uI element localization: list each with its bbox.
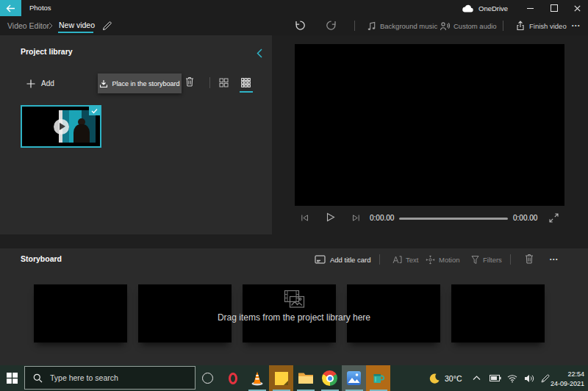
- search-icon: [33, 373, 43, 383]
- battery-icon[interactable]: [490, 375, 501, 381]
- volume-icon[interactable]: [524, 374, 534, 383]
- custom-audio-label: Custom audio: [453, 22, 497, 30]
- grid-small-view-icon[interactable]: [219, 78, 229, 87]
- check-icon: [91, 108, 98, 114]
- start-button[interactable]: [0, 365, 24, 391]
- taskbar-icon-opera[interactable]: [220, 365, 245, 391]
- photos-app-icon: [347, 371, 361, 385]
- photos-app-window: Photos OneDrive Video Editor New video B…: [0, 0, 588, 391]
- clip-selected-checkbox[interactable]: [89, 107, 100, 115]
- mug-icon: [372, 372, 385, 384]
- sticky-notes-icon: [275, 372, 288, 385]
- project-name-underline: [58, 32, 93, 33]
- chrome-icon: [322, 370, 337, 386]
- storyboard-more-button[interactable]: •••: [545, 253, 563, 266]
- text-label: Text: [406, 256, 418, 264]
- windows-logo-icon: [7, 373, 18, 384]
- onedrive-cloud-icon: [462, 4, 474, 12]
- taskbar-icon-mug-app[interactable]: [366, 365, 390, 391]
- onedrive-status[interactable]: OneDrive: [462, 0, 508, 16]
- custom-audio-button[interactable]: Custom audio: [440, 16, 497, 35]
- finish-video-button[interactable]: Finish video: [515, 16, 567, 35]
- redo-icon[interactable]: [326, 20, 337, 30]
- previous-frame-button[interactable]: [301, 214, 309, 222]
- title-card-icon: [315, 255, 326, 264]
- storyboard-title: Storyboard: [21, 254, 62, 263]
- taskbar-icon-photos[interactable]: [342, 365, 366, 391]
- add-label: Add: [41, 79, 54, 87]
- opera-icon: [229, 373, 237, 384]
- grid-large-view-icon[interactable]: [241, 78, 251, 87]
- add-title-card-label: Add title card: [330, 256, 370, 264]
- finish-video-label: Finish video: [529, 22, 567, 30]
- toolbar-separator: [503, 21, 503, 31]
- seek-slider[interactable]: [399, 218, 508, 220]
- collapse-panel-icon[interactable]: [257, 49, 262, 58]
- app-title: Photos: [29, 0, 51, 16]
- clock-time: 22:54: [545, 370, 584, 379]
- play-button[interactable]: [326, 212, 335, 222]
- storyboard-trash-icon[interactable]: [525, 254, 534, 264]
- toolbar-separator: [354, 21, 355, 31]
- text-tool-icon: [392, 255, 402, 264]
- next-frame-button[interactable]: [352, 214, 360, 222]
- person-audio-icon: [440, 21, 450, 31]
- total-time: 0:00.00: [513, 214, 537, 222]
- video-clip-thumbnail[interactable]: [21, 105, 101, 148]
- taskbar-search[interactable]: [24, 366, 196, 390]
- current-time: 0:00.00: [370, 214, 394, 222]
- close-icon: [574, 5, 581, 12]
- motion-button[interactable]: Motion: [426, 253, 460, 266]
- text-button[interactable]: Text: [392, 253, 418, 266]
- storyboard-empty-message: Drag items from the project library here: [0, 312, 588, 323]
- storyboard-separator: [510, 254, 511, 265]
- breadcrumb-video-editor[interactable]: Video Editor: [7, 16, 49, 35]
- motion-label: Motion: [439, 256, 460, 264]
- filmstrip-photo-icon: [280, 290, 307, 312]
- video-preview-screen: [295, 44, 564, 206]
- library-separator: [209, 77, 210, 88]
- taskbar-icon-file-explorer[interactable]: [293, 365, 318, 391]
- plus-icon: [26, 79, 35, 88]
- maximize-button[interactable]: [542, 0, 565, 16]
- temperature-label: 30°C: [445, 374, 462, 383]
- tray-expand-icon[interactable]: [473, 376, 481, 381]
- rename-pencil-icon[interactable]: [102, 21, 112, 31]
- share-icon: [515, 21, 526, 31]
- taskbar-icon-chrome[interactable]: [318, 365, 342, 391]
- onedrive-label: OneDrive: [478, 4, 508, 12]
- motion-tool-icon: [426, 255, 435, 265]
- taskbar-clock[interactable]: 22:54 24-09-2021: [545, 370, 584, 388]
- background-music-button[interactable]: Background music: [367, 16, 437, 35]
- taskbar-icon-cortana[interactable]: [196, 365, 220, 391]
- project-library-title: Project library: [21, 47, 73, 56]
- place-in-storyboard-button[interactable]: Place in the storyboard: [98, 73, 182, 93]
- filters-label: Filters: [483, 256, 502, 264]
- moon-icon: [429, 373, 440, 384]
- add-button[interactable]: Add: [26, 73, 54, 93]
- taskbar-icon-vlc[interactable]: [245, 365, 269, 391]
- place-in-storyboard-label: Place in the storyboard: [112, 80, 179, 87]
- storyboard-separator: [379, 254, 380, 265]
- undo-icon[interactable]: [295, 20, 306, 30]
- fullscreen-icon[interactable]: [549, 213, 559, 223]
- grid-large-selected-underline: [240, 91, 253, 93]
- vlc-cone-icon: [250, 370, 265, 386]
- wifi-icon[interactable]: [507, 374, 517, 383]
- library-trash-icon[interactable]: [185, 76, 194, 87]
- back-button[interactable]: [0, 0, 21, 16]
- clip-play-overlay[interactable]: [54, 119, 69, 134]
- play-icon: [60, 123, 65, 130]
- cortana-icon: [202, 373, 213, 384]
- clock-date: 24-09-2021: [545, 379, 584, 389]
- weather-widget[interactable]: 30°C: [429, 365, 462, 391]
- filters-button[interactable]: Filters: [471, 253, 502, 266]
- taskbar-icon-sticky-notes[interactable]: [269, 365, 293, 391]
- close-button[interactable]: [566, 0, 588, 16]
- more-options-button[interactable]: •••: [567, 16, 585, 35]
- background-music-label: Background music: [380, 22, 437, 30]
- music-note-icon: [367, 21, 376, 31]
- search-input[interactable]: [49, 373, 176, 383]
- add-title-card-button[interactable]: Add title card: [315, 253, 370, 266]
- minimize-button[interactable]: [519, 0, 542, 16]
